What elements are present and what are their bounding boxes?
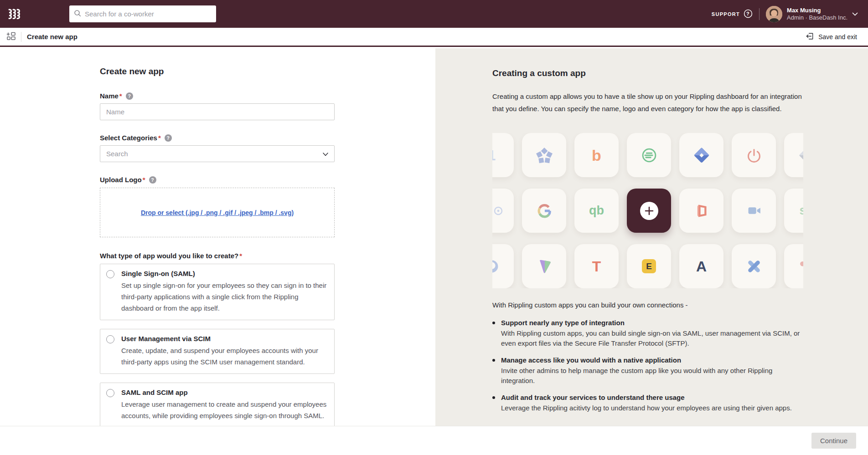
app-tile-office — [679, 189, 723, 233]
app-type-label: What type of app would you like to creat… — [100, 252, 335, 260]
app-tile-partial-dots — [784, 244, 803, 288]
app-tile-cross-x — [732, 244, 776, 288]
bullet-dot — [492, 396, 495, 399]
app-tile-quickbooks: qb — [574, 189, 619, 233]
footer-bar: Continue — [0, 426, 868, 455]
save-and-exit-button[interactable]: Save and exit — [806, 32, 857, 42]
user-role: Admin · BaseDash Inc. — [787, 14, 847, 21]
app-tile-partial-round — [492, 244, 514, 288]
bullet-dot — [492, 322, 495, 324]
option-single-sign-on-saml[interactable]: Single Sign-on (SAML) Set up single sign… — [100, 264, 335, 320]
sub-bar: Create new app Save and exit — [0, 28, 868, 47]
exit-icon — [806, 32, 814, 42]
help-circle-icon[interactable]: ? — [744, 9, 753, 19]
app-tile-circle-lines — [627, 133, 671, 177]
option-user-management-scim[interactable]: User Management via SCIM Create, update,… — [100, 329, 335, 374]
name-label: Name* ? — [100, 92, 335, 100]
search-icon — [74, 10, 81, 19]
info-panel: Creating a custom app Creating a custom … — [435, 48, 868, 426]
bullet-item: Support nearly any type of integration W… — [492, 318, 803, 348]
app-tile-power-button — [732, 133, 776, 177]
app-tile-letter-b: b — [574, 133, 619, 177]
user-menu[interactable]: Max Musing Admin · BaseDash Inc. — [766, 6, 858, 22]
app-tile-blue-diamond — [679, 133, 723, 177]
radio-button[interactable] — [106, 335, 114, 343]
app-tile-add-custom-app — [627, 189, 671, 233]
support-button[interactable]: SUPPORT ? — [712, 9, 753, 19]
app-tile-letter-e-badge: E — [627, 244, 671, 288]
option-saml-and-scim[interactable]: SAML and SCIM app Leverage user manageme… — [100, 383, 335, 428]
app-tile-partial-digit: 1 — [492, 133, 514, 177]
app-tile-video-camera — [732, 189, 776, 233]
bullet-dot — [492, 359, 495, 362]
app-tile-letter-a: A — [679, 244, 723, 288]
app-tile-gray-diamond — [784, 133, 803, 177]
form-heading: Create new app — [100, 66, 335, 77]
select-chevron-icon — [323, 150, 328, 158]
app-tile-triangle — [522, 244, 566, 288]
name-help-icon[interactable]: ? — [126, 92, 133, 100]
name-input[interactable] — [100, 103, 335, 120]
svg-text:?: ? — [746, 11, 750, 16]
avatar — [766, 6, 782, 22]
app-logo-grid: 1 b — [492, 133, 803, 288]
categories-label: Select Categories* ? — [100, 134, 335, 142]
categories-placeholder: Search — [106, 150, 323, 158]
bullet-item: Audit and track your services to underst… — [492, 393, 803, 413]
logo-dropzone[interactable]: Drop or select (.jpg / .png / .gif / .jp… — [100, 188, 335, 237]
radio-button[interactable] — [106, 389, 114, 397]
page-title: Create new app — [27, 33, 78, 41]
categories-select[interactable]: Search — [100, 145, 335, 162]
topbar-divider — [759, 8, 760, 20]
rippling-logo — [7, 8, 22, 20]
form-steps-icon[interactable] — [6, 31, 16, 42]
connections-line: With Rippling custom apps you can build … — [492, 301, 803, 309]
upload-help-icon[interactable]: ? — [149, 176, 156, 184]
subbar-divider — [21, 32, 21, 42]
app-tile-pentagon-star — [522, 133, 566, 177]
app-tile-google-g — [522, 189, 566, 233]
categories-help-icon[interactable]: ? — [165, 134, 172, 142]
drop-or-select-link[interactable]: Drop or select (.jpg / .png / .gif / .jp… — [141, 209, 294, 216]
continue-button[interactable]: Continue — [811, 433, 856, 449]
app-tile-partial-ro: ro — [492, 189, 514, 233]
upload-logo-label: Upload Logo* ? — [100, 176, 335, 184]
chevron-down-icon[interactable] — [852, 10, 858, 18]
support-label: SUPPORT — [712, 11, 740, 17]
app-tile-partial-sa: sa — [784, 189, 803, 233]
info-intro: Creating a custom app allows you to have… — [492, 90, 803, 115]
info-heading: Creating a custom app — [492, 68, 803, 78]
form-panel: Create new app Name* ? Select Categories… — [0, 48, 435, 426]
global-search[interactable] — [69, 5, 216, 22]
plus-icon — [640, 202, 658, 220]
search-input[interactable] — [85, 10, 212, 18]
app-tile-letter-t: T — [574, 244, 619, 288]
user-name: Max Musing — [787, 7, 847, 14]
bullet-item: Manage access like you would with a nati… — [492, 355, 803, 386]
radio-button[interactable] — [106, 270, 114, 278]
save-and-exit-label: Save and exit — [818, 33, 857, 41]
top-bar: SUPPORT ? Max Musing Admin · Base — [0, 0, 868, 28]
